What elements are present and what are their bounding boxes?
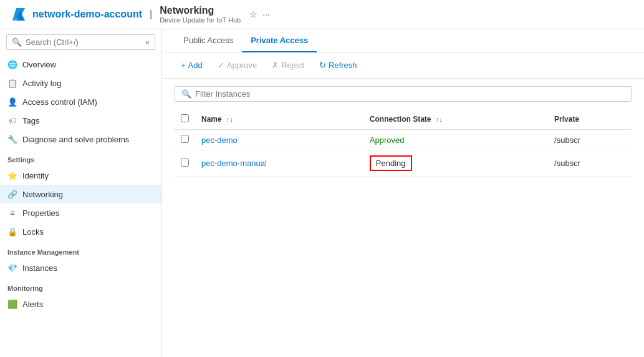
row-2-state: Pending: [363, 150, 548, 177]
row-1-state: Approved: [363, 130, 548, 150]
filter-bar[interactable]: 🔍: [175, 86, 632, 102]
reject-label: Reject: [281, 61, 304, 70]
row-2-checkbox[interactable]: [181, 159, 189, 167]
add-icon: +: [181, 61, 186, 70]
row-2-private: /subscr: [548, 150, 632, 177]
row-1-private: /subscr: [548, 130, 632, 150]
search-icon: 🔍: [12, 37, 22, 47]
add-label: Add: [188, 61, 203, 70]
instance-mgmt-section-label: Instance Management: [0, 241, 161, 258]
azure-logo: [10, 6, 27, 23]
sidebar-item-label: Instances: [22, 263, 57, 273]
diagnose-icon: 🔧: [7, 134, 17, 144]
toolbar: + Add ✓ Approve ✗ Reject ↻ Refresh: [162, 52, 644, 79]
sidebar-item-instances[interactable]: 💎 Instances: [0, 258, 161, 277]
approve-icon: ✓: [218, 61, 224, 70]
identity-icon: ⭐: [7, 170, 17, 180]
tab-private-access[interactable]: Private Access: [242, 29, 317, 52]
filter-input[interactable]: [195, 89, 625, 99]
sidebar-item-networking[interactable]: 🔗 Networking: [0, 185, 161, 203]
sidebar: 🔍 « 🌐 Overview 📋 Activity log 👤 Access c…: [0, 29, 162, 357]
settings-section-label: Settings: [0, 149, 161, 166]
sidebar-item-label: Diagnose and solve problems: [22, 135, 129, 144]
title-separator: |: [150, 9, 152, 20]
reject-button[interactable]: ✗ Reject: [266, 57, 310, 73]
col-connection-state: Connection State ↑↓: [363, 109, 548, 130]
col-private: Private: [548, 109, 632, 130]
refresh-label: Refresh: [329, 61, 357, 70]
overview-icon: 🌐: [7, 59, 17, 69]
more-options[interactable]: ···: [262, 9, 270, 19]
refresh-button[interactable]: ↻ Refresh: [313, 57, 363, 73]
row-1-checkbox[interactable]: [181, 135, 189, 143]
sidebar-item-label: Properties: [22, 208, 59, 218]
row-2-state-value: Pending: [370, 155, 412, 171]
content-area: Public Access Private Access + Add ✓ App…: [162, 29, 644, 357]
select-all-header: [175, 109, 195, 130]
page-title: Networking: [160, 5, 241, 16]
sidebar-item-diagnose[interactable]: 🔧 Diagnose and solve problems: [0, 130, 161, 149]
instances-icon: 💎: [7, 263, 17, 273]
sidebar-item-locks[interactable]: 🔒 Locks: [0, 222, 161, 241]
resource-name: network-demo-account: [32, 9, 142, 20]
iam-icon: 👤: [7, 97, 17, 107]
sidebar-item-label: Locks: [22, 227, 44, 237]
filter-icon: 🔍: [181, 89, 191, 99]
locks-icon: 🔒: [7, 227, 17, 237]
row-2-name: pec-demo-manual: [195, 150, 363, 177]
sidebar-item-label: Alerts: [22, 300, 43, 309]
refresh-icon: ↻: [319, 61, 326, 70]
sidebar-item-overview[interactable]: 🌐 Overview: [0, 55, 161, 74]
main-layout: 🔍 « 🌐 Overview 📋 Activity log 👤 Access c…: [0, 29, 644, 357]
sidebar-item-label: Tags: [22, 116, 39, 125]
row-1-name: pec-demo: [195, 130, 363, 150]
monitoring-section-label: Monitoring: [0, 277, 161, 295]
row-checkbox-cell: [175, 130, 195, 150]
activity-log-icon: 📋: [7, 78, 17, 88]
sidebar-item-alerts[interactable]: 🟩 Alerts: [0, 295, 161, 313]
row-1-state-value: Approved: [370, 135, 405, 145]
sidebar-item-access-control[interactable]: 👤 Access control (IAM): [0, 92, 161, 111]
table-container: Name ↑↓ Connection State ↑↓ Private: [162, 102, 644, 357]
search-box[interactable]: 🔍 «: [6, 34, 155, 50]
sidebar-item-label: Access control (IAM): [22, 97, 97, 107]
search-input[interactable]: [26, 37, 142, 47]
tab-public-access[interactable]: Public Access: [175, 29, 242, 52]
sidebar-item-properties[interactable]: ≡ Properties: [0, 203, 161, 222]
col-name: Name ↑↓: [195, 109, 363, 130]
table-row: pec-demo Approved /subscr: [175, 130, 632, 150]
sort-name-icon[interactable]: ↑↓: [226, 115, 233, 123]
approve-label: Approve: [227, 61, 257, 70]
sidebar-item-label: Overview: [22, 60, 56, 69]
sidebar-item-identity[interactable]: ⭐ Identity: [0, 166, 161, 185]
collapse-button[interactable]: «: [145, 38, 150, 47]
favorite-star[interactable]: ☆: [249, 9, 257, 19]
sidebar-item-activity-log[interactable]: 📋 Activity log: [0, 74, 161, 92]
row-2-name-link[interactable]: pec-demo-manual: [201, 159, 267, 168]
add-button[interactable]: + Add: [175, 57, 209, 73]
select-all-checkbox[interactable]: [181, 114, 189, 122]
row-checkbox-cell: [175, 150, 195, 177]
sidebar-item-label: Networking: [22, 190, 63, 199]
instances-table: Name ↑↓ Connection State ↑↓ Private: [175, 109, 632, 177]
alerts-icon: 🟩: [7, 299, 17, 309]
row-1-name-link[interactable]: pec-demo: [201, 135, 238, 145]
top-bar: network-demo-account | Networking Device…: [0, 0, 644, 29]
approve-button[interactable]: ✓ Approve: [211, 57, 263, 73]
sidebar-item-label: Activity log: [22, 79, 61, 88]
tags-icon: 🏷: [7, 115, 17, 125]
reject-icon: ✗: [272, 61, 279, 70]
table-row: pec-demo-manual Pending /subscr: [175, 150, 632, 177]
page-subtitle: Device Update for IoT Hub: [160, 16, 241, 24]
properties-icon: ≡: [7, 208, 17, 218]
sort-state-icon[interactable]: ↑↓: [436, 115, 443, 123]
sidebar-item-label: Identity: [22, 171, 49, 180]
sidebar-item-tags[interactable]: 🏷 Tags: [0, 111, 161, 130]
networking-icon: 🔗: [7, 189, 17, 199]
tabs-bar: Public Access Private Access: [162, 29, 644, 52]
